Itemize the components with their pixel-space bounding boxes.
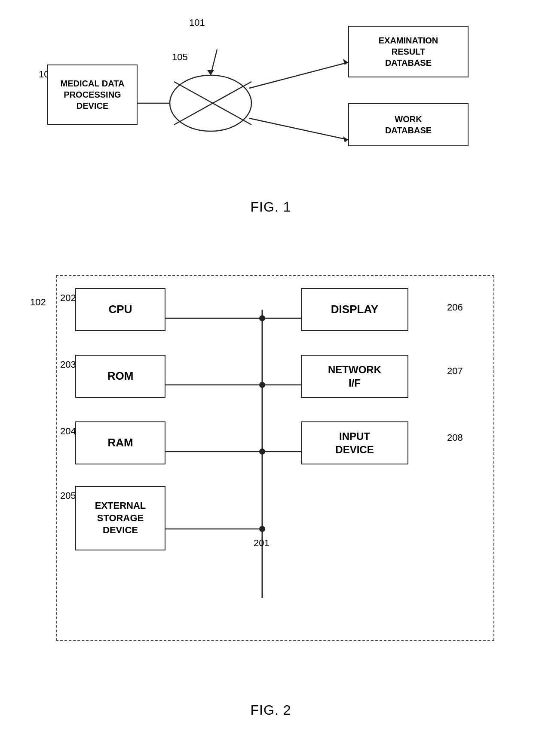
box-display: DISPLAY — [301, 288, 408, 331]
box-work-database: WORKDATABASE — [348, 103, 469, 146]
fig1-diagram: 101 102 103 104 105 MEDICAL DATA PROCESS… — [26, 13, 516, 219]
fig2-title: FIG. 2 — [251, 702, 291, 718]
fig1-title: FIG. 1 — [251, 199, 291, 215]
ref-203: 203 — [60, 359, 76, 370]
ref-201: 201 — [254, 538, 270, 549]
ref-205: 205 — [60, 490, 76, 501]
box-medical-data-processing: MEDICAL DATA PROCESSING DEVICE — [47, 65, 138, 125]
svg-point-0 — [170, 75, 251, 131]
ref-105: 105 — [172, 52, 188, 63]
box-ram: RAM — [75, 421, 165, 464]
svg-line-6 — [249, 118, 348, 140]
box-rom: ROM — [75, 355, 165, 398]
ref-208: 208 — [447, 432, 463, 443]
ref-204: 204 — [60, 426, 76, 437]
svg-point-21 — [259, 526, 265, 532]
fig2-diagram: 102 202 — [26, 267, 516, 722]
ref-101: 101 — [189, 17, 205, 28]
page: 101 102 103 104 105 MEDICAL DATA PROCESS… — [0, 0, 533, 756]
svg-line-4 — [249, 62, 348, 88]
ref-202: 202 — [60, 292, 76, 304]
box-input-device: INPUTDEVICE — [301, 421, 408, 464]
ref-206: 206 — [447, 302, 463, 313]
box-external-storage: EXTERNALSTORAGEDEVICE — [75, 486, 165, 550]
ref-102-fig2: 102 — [30, 297, 46, 308]
svg-marker-9 — [207, 70, 214, 75]
box-cpu: CPU — [75, 288, 165, 331]
box-examination-result-db: EXAMINATIONRESULTDATABASE — [348, 26, 469, 77]
box-network-if: NETWORKI/F — [301, 355, 408, 398]
ref-207: 207 — [447, 366, 463, 377]
